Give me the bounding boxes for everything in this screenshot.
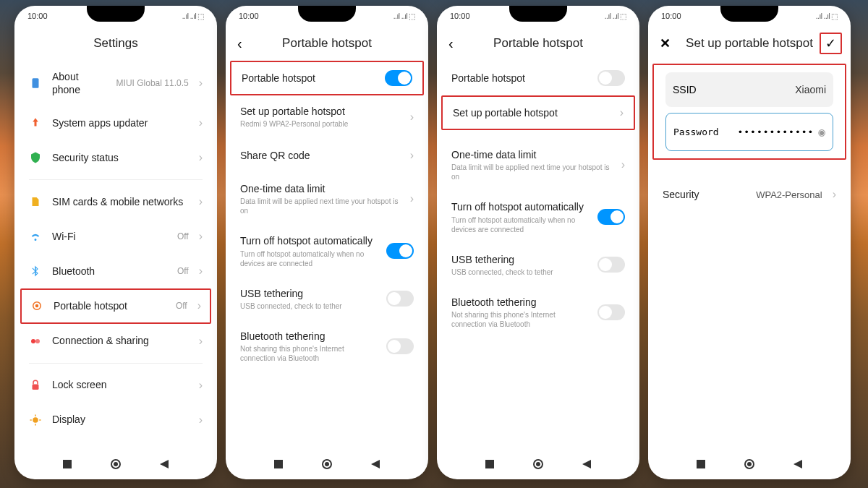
- row-portable-hotspot-toggle[interactable]: Portable hotspot: [230, 61, 424, 95]
- row-sound-vibration[interactable]: Sound & vibration ›: [14, 437, 217, 449]
- page-title: Portable hotspot: [282, 36, 372, 51]
- row-data-limit[interactable]: One-time data limit Data limit will be a…: [226, 173, 428, 225]
- row-security-status[interactable]: Security status ›: [14, 140, 217, 175]
- row-sim-cards[interactable]: SIM cards & mobile networks ›: [14, 184, 217, 219]
- hotspot-toggle[interactable]: [385, 70, 412, 86]
- credentials-group: SSID Xiaomi Password •••••••••••• ◉: [652, 64, 846, 160]
- chevron-right-icon: ›: [620, 106, 624, 119]
- svg-rect-20: [697, 460, 705, 468]
- row-label: Sound & vibration: [52, 448, 189, 449]
- row-label: One-time data limit: [240, 182, 400, 195]
- row-display[interactable]: Display ›: [14, 403, 217, 437]
- row-usb-tethering[interactable]: USB tethering USB connected, check to te…: [226, 278, 428, 320]
- row-wifi[interactable]: Wi-Fi Off ›: [14, 219, 217, 254]
- svg-rect-11: [63, 460, 72, 468]
- chevron-right-icon: ›: [199, 195, 203, 208]
- header: ‹ Portable hotspot: [437, 26, 639, 61]
- hotspot-content[interactable]: Portable hotspot Set up portable hotspot…: [437, 61, 639, 449]
- auto-off-toggle[interactable]: [597, 209, 625, 225]
- clock: 10:00: [27, 12, 48, 20]
- row-label: One-time data limit: [451, 148, 611, 161]
- usb-toggle[interactable]: [597, 257, 625, 273]
- row-subtitle: USB connected, check to tether: [451, 267, 587, 277]
- notch: [87, 6, 145, 22]
- setup-content[interactable]: SSID Xiaomi Password •••••••••••• ◉ Secu…: [648, 61, 851, 449]
- row-label: SIM cards & mobile networks: [52, 195, 189, 208]
- hotspot-content[interactable]: Portable hotspot Set up portable hotspot…: [226, 61, 428, 449]
- svg-point-19: [536, 462, 540, 466]
- row-security[interactable]: Security WPA2-Personal ›: [648, 177, 851, 212]
- ssid-label: SSID: [673, 84, 697, 95]
- row-portable-hotspot[interactable]: Portable hotspot Off ›: [20, 288, 211, 323]
- nav-recent-button[interactable]: [696, 459, 706, 469]
- nav-home-button[interactable]: [322, 459, 332, 469]
- nav-home-button[interactable]: [744, 459, 754, 469]
- nav-recent-button[interactable]: [62, 459, 72, 469]
- nav-back-button[interactable]: [582, 459, 592, 469]
- notch: [509, 6, 567, 22]
- nav-back-button[interactable]: [793, 459, 803, 469]
- password-label: Password: [673, 127, 719, 137]
- nav-back-button[interactable]: [159, 459, 169, 469]
- row-label: Bluetooth tethering: [240, 330, 376, 343]
- row-label: Set up portable hotspot: [453, 106, 610, 119]
- navigation-bar: [437, 449, 639, 479]
- row-lock-screen[interactable]: Lock screen ›: [14, 368, 217, 403]
- close-button[interactable]: ✕: [660, 35, 671, 51]
- row-bluetooth[interactable]: Bluetooth Off ›: [14, 254, 217, 288]
- nav-recent-button[interactable]: [485, 459, 495, 469]
- row-setup-hotspot[interactable]: Set up portable hotspot Redmi 9 WPA2-Per…: [226, 95, 428, 138]
- password-field[interactable]: Password •••••••••••• ◉: [665, 113, 833, 151]
- row-bt-tethering[interactable]: Bluetooth tethering Not sharing this pho…: [226, 320, 428, 372]
- auto-off-toggle[interactable]: [386, 243, 414, 259]
- nav-home-button[interactable]: [111, 459, 121, 469]
- row-about-phone[interactable]: About phone MIUI Global 11.0.5 ›: [14, 61, 217, 106]
- usb-toggle[interactable]: [386, 291, 414, 307]
- hotspot-toggle[interactable]: [597, 70, 625, 86]
- display-icon: [29, 414, 42, 427]
- header: ✕ Set up portable hotspot ✓: [648, 26, 851, 61]
- row-share-qr[interactable]: Share QR code ›: [226, 138, 428, 173]
- row-label: Turn off hotspot automatically: [451, 200, 587, 213]
- row-label: Portable hotspot: [451, 72, 587, 85]
- row-label: Share QR code: [240, 149, 400, 162]
- chevron-right-icon: ›: [410, 192, 414, 205]
- eye-icon[interactable]: ◉: [818, 125, 825, 139]
- row-label: Bluetooth: [52, 265, 167, 278]
- row-label: Security status: [52, 151, 189, 164]
- notch: [298, 6, 356, 22]
- bt-toggle[interactable]: [386, 338, 414, 354]
- chevron-right-icon: ›: [199, 379, 203, 392]
- notch: [720, 6, 778, 22]
- nav-back-button[interactable]: [370, 459, 380, 469]
- row-usb-tethering[interactable]: USB tethering USB connected, check to te…: [437, 244, 639, 286]
- row-label: Turn off hotspot automatically: [240, 234, 376, 247]
- row-system-updater[interactable]: System apps updater ›: [14, 106, 217, 140]
- clock: 10:00: [239, 12, 259, 20]
- wifi-icon: [29, 230, 42, 243]
- nav-home-button[interactable]: [533, 459, 543, 469]
- row-bt-tethering[interactable]: Bluetooth tethering Not sharing this pho…: [437, 286, 639, 338]
- status-icons: ..ıl ..ıl ⬚: [182, 12, 204, 20]
- settings-content[interactable]: About phone MIUI Global 11.0.5 › System …: [14, 61, 217, 449]
- row-value: Off: [177, 266, 189, 276]
- phone-screen-hotspot-on: 10:00 ..ıl ..ıl ⬚ ‹ Portable hotspot Por…: [226, 6, 428, 479]
- back-button[interactable]: ‹: [448, 35, 454, 52]
- phone-screen-settings: 10:00 ..ıl ..ıl ⬚ Settings About phone M…: [14, 6, 217, 479]
- page-title: Portable hotspot: [493, 36, 583, 51]
- row-auto-off[interactable]: Turn off hotspot automatically Turn off …: [226, 225, 428, 277]
- ssid-field[interactable]: SSID Xiaomi: [665, 72, 833, 107]
- row-data-limit[interactable]: One-time data limit Data limit will be a…: [437, 139, 639, 191]
- bt-toggle[interactable]: [597, 304, 625, 320]
- row-auto-off[interactable]: Turn off hotspot automatically Turn off …: [437, 191, 639, 243]
- confirm-button[interactable]: ✓: [820, 33, 842, 54]
- chevron-right-icon: ›: [199, 151, 203, 164]
- nav-recent-button[interactable]: [273, 459, 284, 469]
- row-connection-sharing[interactable]: Connection & sharing ›: [14, 324, 217, 359]
- row-portable-hotspot-toggle[interactable]: Portable hotspot: [437, 61, 639, 95]
- row-setup-hotspot[interactable]: Set up portable hotspot ›: [441, 95, 635, 130]
- row-value: MIUI Global 11.0.5: [116, 78, 189, 88]
- row-label: Portable hotspot: [242, 72, 375, 85]
- back-button[interactable]: ‹: [237, 35, 242, 52]
- phone-screen-hotspot-off: 10:00 ..ıl ..ıl ⬚ ‹ Portable hotspot Por…: [437, 6, 639, 479]
